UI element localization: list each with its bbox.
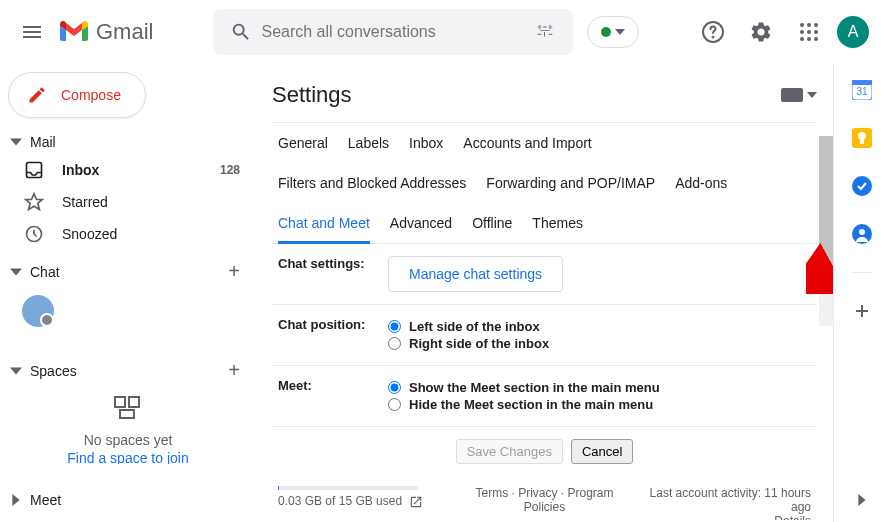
chat-section-header[interactable]: Chat + [0,256,256,287]
svg-text:31: 31 [856,86,868,97]
sidebar: Compose Mail Inbox 128 Starred Snoozed C… [0,64,256,522]
svg-point-7 [814,30,818,34]
input-tools-button[interactable] [781,88,817,102]
active-dot-icon [601,27,611,37]
svg-point-4 [814,23,818,27]
meet-label: Meet [30,492,61,508]
sidebar-item-inbox[interactable]: Inbox 128 [0,154,256,186]
hamburger-icon [20,20,44,44]
settings-button[interactable] [741,12,781,52]
contacts-app-icon[interactable] [852,224,872,244]
search-bar[interactable] [213,9,573,55]
radio-input[interactable] [388,381,401,394]
svg-rect-13 [115,397,125,407]
tab-chat-meet[interactable]: Chat and Meet [278,215,370,244]
chevron-down-icon [807,92,817,98]
chevron-down-icon [10,266,22,278]
spaces-section-header[interactable]: Spaces + [0,355,256,386]
inbox-count: 128 [220,163,240,177]
hide-panel-button[interactable] [856,494,868,506]
tab-themes[interactable]: Themes [532,215,583,231]
status-indicator[interactable] [587,16,639,48]
svg-point-5 [800,30,804,34]
mail-label: Mail [30,134,56,150]
spaces-find-link[interactable]: Find a space to join [0,450,256,464]
spaces-empty-icon [0,396,256,420]
chevron-right-icon [10,494,22,506]
meet-section-label: Meet: [278,378,388,393]
svg-point-3 [807,23,811,27]
chat-label: Chat [30,264,60,280]
tab-addons[interactable]: Add-ons [675,175,727,191]
search-options-icon[interactable] [525,12,565,52]
sidebar-item-snoozed[interactable]: Snoozed [0,218,256,250]
footer-privacy-link[interactable]: Privacy [518,486,557,500]
new-space-button[interactable]: + [228,359,240,382]
cancel-button[interactable]: Cancel [571,439,633,464]
calendar-app-icon[interactable]: 31 [852,80,872,100]
support-button[interactable] [693,12,733,52]
chevron-down-icon [615,29,625,35]
svg-point-10 [814,37,818,41]
star-icon [24,192,44,212]
sidebar-item-starred[interactable]: Starred [0,186,256,218]
open-in-new-icon[interactable] [409,495,423,509]
tasks-app-icon[interactable] [852,176,872,196]
svg-rect-22 [860,140,864,144]
meet-section-header[interactable]: Meet [0,488,256,514]
chat-contact-avatar[interactable] [22,295,54,327]
svg-point-21 [858,132,866,140]
apps-grid-icon [799,22,819,42]
radio-input[interactable] [388,337,401,350]
activity-text: Last account activity: 11 hours ago [633,486,811,514]
storage-text: 0.03 GB of 15 GB used [278,494,402,508]
scrollbar-thumb[interactable] [819,136,833,281]
gmail-icon [60,21,88,43]
search-icon[interactable] [221,12,261,52]
tab-forwarding[interactable]: Forwarding and POP/IMAP [486,175,655,191]
app-name: Gmail [96,19,153,45]
tab-accounts[interactable]: Accounts and Import [463,135,591,151]
svg-point-25 [859,229,865,235]
mail-section-header[interactable]: Mail [0,130,256,154]
search-input[interactable] [261,23,525,41]
svg-point-2 [800,23,804,27]
radio-input[interactable] [388,320,401,333]
details-link[interactable]: Details [633,514,811,520]
save-changes-button: Save Changes [456,439,563,464]
settings-tabs: General Labels Inbox Accounts and Import… [272,122,817,244]
chevron-down-icon [10,365,22,377]
spaces-empty-text: No spaces yet [0,432,256,448]
chevron-down-icon [10,136,22,148]
gear-icon [749,20,773,44]
account-avatar[interactable]: A [837,16,869,48]
new-chat-button[interactable]: + [228,260,240,283]
tab-advanced[interactable]: Advanced [390,215,452,231]
manage-chat-settings-button[interactable]: Manage chat settings [388,256,563,292]
tab-inbox[interactable]: Inbox [409,135,443,151]
meet-hide-option[interactable]: Hide the Meet section in the main menu [388,397,811,412]
svg-rect-15 [120,410,134,418]
apps-button[interactable] [789,12,829,52]
svg-point-8 [800,37,804,41]
svg-point-1 [713,37,714,38]
footer-terms-link[interactable]: Terms [475,486,508,500]
compose-button[interactable]: Compose [8,72,146,118]
gmail-logo[interactable]: Gmail [60,19,153,45]
main-menu-button[interactable] [8,8,56,56]
tab-labels[interactable]: Labels [348,135,389,151]
tab-filters[interactable]: Filters and Blocked Addresses [278,175,466,191]
chat-position-left-option[interactable]: Left side of the inbox [388,319,811,334]
tab-offline[interactable]: Offline [472,215,512,231]
starred-label: Starred [62,194,108,210]
radio-input[interactable] [388,398,401,411]
svg-point-9 [807,37,811,41]
get-addons-button[interactable] [852,301,872,321]
meet-show-option[interactable]: Show the Meet section in the main menu [388,380,811,395]
keyboard-icon [781,88,803,102]
keep-app-icon[interactable] [852,128,872,148]
main-content: Settings General Labels Inbox Accounts a… [256,64,833,522]
chat-settings-label: Chat settings: [278,256,388,271]
tab-general[interactable]: General [278,135,328,151]
chat-position-right-option[interactable]: Right side of the inbox [388,336,811,351]
